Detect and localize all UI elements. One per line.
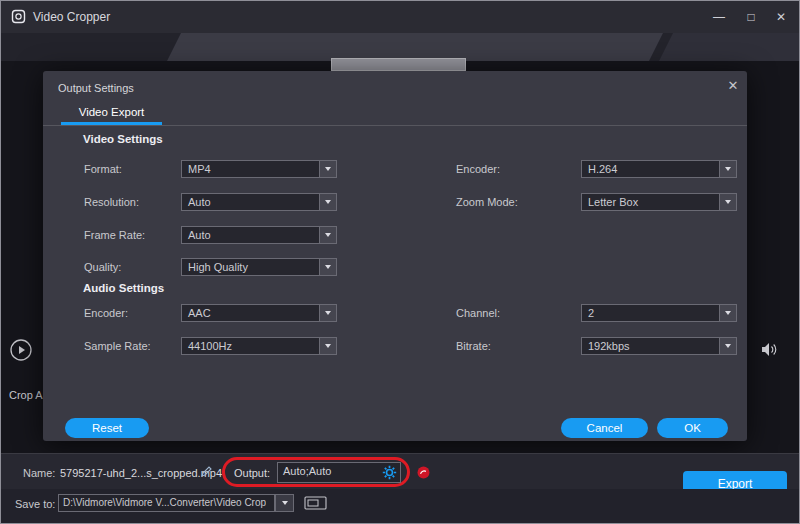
name-label: Name: [23, 467, 55, 479]
quality-select[interactable]: High Quality [181, 258, 337, 276]
save-to-label: Save to: [15, 498, 55, 510]
reset-button[interactable]: Reset [65, 418, 149, 438]
infobar-middle-segment [167, 33, 663, 61]
titlebar: Video Cropper — □ ✕ [1, 1, 799, 33]
channel-label: Channel: [456, 304, 500, 322]
zoom-mode-select[interactable]: Letter Box [581, 193, 737, 211]
window-title: Video Cropper [33, 10, 110, 24]
channel-select[interactable]: 2 [581, 304, 737, 322]
resolution-label: Resolution: [84, 193, 139, 211]
output-profile-value: Auto;Auto [283, 465, 331, 477]
close-button[interactable]: ✕ [769, 7, 793, 27]
zoom-mode-label: Zoom Mode: [456, 193, 518, 211]
tab-separator [43, 125, 747, 126]
chevron-down-icon [319, 259, 336, 275]
cancel-button[interactable]: Cancel [561, 418, 648, 438]
channel-value: 2 [588, 305, 594, 321]
infobar-right-segment [659, 33, 800, 61]
chevron-down-icon [719, 338, 736, 354]
bitrate-value: 192kbps [588, 338, 630, 354]
red-badge-icon[interactable] [417, 465, 430, 483]
audio-encoder-value: AAC [188, 305, 211, 321]
encoder-select[interactable]: H.264 [581, 160, 737, 178]
chevron-down-icon [719, 194, 736, 210]
app-logo-icon [11, 9, 26, 28]
edit-pencil-icon[interactable] [200, 464, 213, 482]
output-profile-field[interactable]: Auto;Auto [277, 462, 401, 483]
zoom-mode-value: Letter Box [588, 194, 638, 210]
chevron-down-icon [319, 305, 336, 321]
sample-rate-value: 44100Hz [188, 338, 232, 354]
sample-rate-label: Sample Rate: [84, 337, 151, 355]
frame-rate-value: Auto [188, 227, 211, 243]
ok-button[interactable]: OK [657, 418, 728, 438]
bitrate-select[interactable]: 192kbps [581, 337, 737, 355]
format-value: MP4 [188, 161, 211, 177]
quality-label: Quality: [84, 258, 121, 276]
browse-folder-icon[interactable] [304, 495, 328, 515]
chevron-down-icon [719, 161, 736, 177]
audio-settings-heading: Audio Settings [83, 282, 164, 294]
tab-video-export[interactable]: Video Export [61, 103, 162, 125]
bitrate-label: Bitrate: [456, 337, 491, 355]
chevron-down-icon [719, 305, 736, 321]
resolution-select[interactable]: Auto [181, 193, 337, 211]
audio-encoder-select[interactable]: AAC [181, 304, 337, 322]
frame-rate-label: Frame Rate: [84, 226, 145, 244]
video-cropper-window: Video Cropper — □ ✕ Original: 2160x4096 … [0, 0, 800, 524]
encoder-label: Encoder: [456, 160, 500, 178]
frame-rate-select[interactable]: Auto [181, 226, 337, 244]
output-profile-label: Output: [234, 467, 270, 479]
speaker-icon[interactable] [761, 342, 779, 361]
clipped-tooltip [331, 58, 466, 71]
dialog-close-icon[interactable]: ✕ [725, 78, 741, 94]
encoder-value: H.264 [588, 161, 617, 177]
chevron-down-icon [319, 161, 336, 177]
infobar: Original: 2160x4096 Change Source File 5… [1, 33, 799, 61]
save-to-path-select[interactable]: D:\Vidmore\Vidmore V...Converter\Video C… [58, 494, 275, 512]
save-to-dropdown-arrow[interactable] [275, 494, 294, 512]
sample-rate-select[interactable]: 44100Hz [181, 337, 337, 355]
audio-encoder-label: Encoder: [84, 304, 128, 322]
chevron-down-icon [319, 194, 336, 210]
chevron-down-icon [319, 338, 336, 354]
play-button[interactable] [10, 339, 32, 365]
save-to-path-value: D:\Vidmore\Vidmore V...Converter\Video C… [63, 497, 266, 508]
output-name-value: 5795217-uhd_2...s_cropped.mp4 [60, 467, 222, 479]
quality-value: High Quality [188, 259, 248, 275]
maximize-button[interactable]: □ [739, 7, 763, 27]
chevron-down-icon [319, 227, 336, 243]
output-settings-dialog: Output Settings ✕ Video Export Video Set… [43, 71, 747, 441]
minimize-button[interactable]: — [707, 7, 731, 27]
dialog-title: Output Settings [58, 79, 134, 97]
gear-icon[interactable] [382, 465, 397, 484]
resolution-value: Auto [188, 194, 211, 210]
video-settings-heading: Video Settings [83, 133, 163, 145]
format-select[interactable]: MP4 [181, 160, 337, 178]
crop-area-label: Crop A [9, 389, 43, 401]
format-label: Format: [84, 160, 122, 178]
